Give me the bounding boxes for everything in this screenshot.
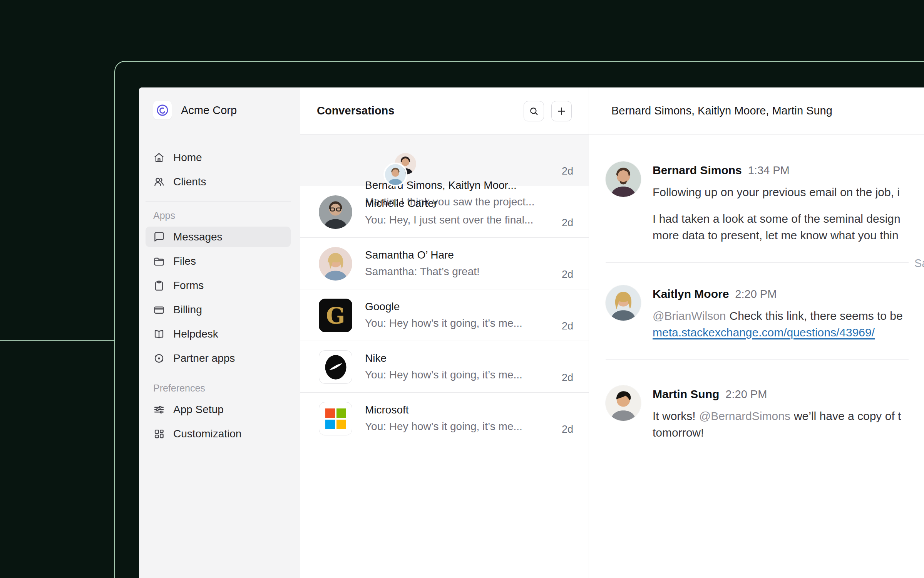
- sidebar-item-label: Partner apps: [173, 352, 235, 365]
- message-header: Martin Sung2:20 PM: [653, 387, 901, 402]
- conversation-time: 2d: [562, 372, 573, 384]
- message-text: I had taken a look at some of the semina…: [653, 210, 901, 227]
- nike-logo: [319, 350, 352, 384]
- app-window: Acme Corp Home Clients Apps Messages Fil…: [139, 87, 924, 578]
- sidebar-item-label: Files: [173, 255, 196, 267]
- users-icon: [153, 176, 165, 188]
- conversation-item-microsoft[interactable]: Microsoft You: Hey how’s it going, it’s …: [300, 393, 589, 444]
- message-martin-sung: Martin Sung2:20 PM It works!@BernardSimo…: [606, 385, 901, 441]
- message-author: Martin Sung: [653, 388, 719, 400]
- message-time: 1:34 PM: [748, 164, 790, 176]
- conversation-time: 2d: [562, 269, 573, 281]
- book-open-icon: [153, 328, 165, 340]
- conversation-list-header: Conversations: [300, 87, 589, 134]
- message-text: It works!@BernardSimonswe’ll have a copy…: [653, 408, 901, 424]
- sidebar-item-app-setup[interactable]: App Setup: [146, 399, 291, 420]
- conversation-name: Samantha O’ Hare: [365, 248, 589, 262]
- message-author: Kaitlyn Moore: [653, 287, 729, 300]
- sidebar-item-label: Billing: [173, 304, 202, 316]
- plus-icon: [556, 106, 567, 116]
- message-text-fragment: Check this link, there seems to be: [730, 309, 903, 322]
- message-kaitlyn-moore: Kaitlyn Moore2:20 PM @BrianWilsonCheck t…: [606, 285, 903, 341]
- orbit-icon: [153, 353, 165, 364]
- message-text-fragment: we’ll have a copy of t: [794, 410, 901, 422]
- brand-name: Acme Corp: [181, 104, 237, 117]
- decorative-accent-line: [0, 340, 115, 341]
- message-text: @BrianWilsonCheck this link, there seems…: [653, 307, 903, 324]
- avatar: [319, 247, 352, 281]
- conversation-time: 2d: [562, 165, 573, 177]
- message-text-fragment: It works!: [653, 410, 696, 422]
- conversations-title: Conversations: [317, 104, 394, 117]
- sidebar-item-files[interactable]: Files: [146, 251, 291, 271]
- chat-bubble-icon: [153, 231, 165, 243]
- conversation-item-michelle-carter[interactable]: Michelle Carter You: Hey, I just sent ov…: [300, 186, 589, 238]
- sidebar-item-label: App Setup: [173, 403, 224, 416]
- search-icon: [529, 106, 539, 116]
- chat-message-area: Bernard Simons1:34 PM Following up on yo…: [589, 134, 924, 578]
- message-time: 2:20 PM: [735, 288, 777, 300]
- avatar: [606, 285, 641, 321]
- sidebar: Acme Corp Home Clients Apps Messages Fil…: [139, 87, 300, 578]
- sidebar-item-home[interactable]: Home: [146, 147, 291, 168]
- message-author: Bernard Simons: [653, 164, 742, 176]
- sidebar-item-helpdesk[interactable]: Helpdesk: [146, 324, 291, 344]
- mention[interactable]: @BrianWilson: [653, 309, 726, 322]
- new-conversation-button[interactable]: [551, 101, 572, 121]
- sidebar-item-label: Customization: [173, 428, 241, 440]
- conversation-preview: You: Hey how’s it going, it’s me...: [365, 367, 589, 383]
- conversation-item-google[interactable]: G Google You: Hey how’s it going, it’s m…: [300, 289, 589, 341]
- conversation-preview: You: Hey how’s it going, it’s me...: [365, 419, 589, 434]
- avatar: [606, 161, 641, 197]
- conversation-time: 2d: [562, 320, 573, 332]
- sliders-icon: [153, 404, 165, 415]
- microsoft-logo: [319, 402, 352, 435]
- avatar: [319, 195, 352, 229]
- brand-logo-icon: [153, 101, 172, 119]
- message-time: 2:20 PM: [725, 388, 767, 400]
- conversation-preview: You: Hey, I just sent over the final...: [365, 212, 589, 228]
- sidebar-section-preferences: Preferences: [153, 383, 300, 394]
- message-header: Kaitlyn Moore2:20 PM: [653, 287, 903, 301]
- conversation-name: Nike: [365, 351, 589, 366]
- conversation-list-panel: Conversations Bernard Simons, Kaitlyn Mo…: [300, 87, 589, 578]
- sidebar-item-partner-apps[interactable]: Partner apps: [146, 348, 291, 368]
- sidebar-item-label: Helpdesk: [173, 328, 218, 340]
- sidebar-item-customization[interactable]: Customization: [146, 423, 291, 444]
- sidebar-item-messages[interactable]: Messages: [146, 227, 291, 247]
- screenshot-canvas: { "brand": { "name": "Acme Corp" }, "sid…: [0, 0, 924, 578]
- chat-panel: Bernard Simons, Kaitlyn Moore, Martin Su…: [589, 87, 924, 578]
- group-avatar: [383, 153, 417, 187]
- folder-icon: [153, 255, 165, 267]
- google-logo: G: [319, 299, 352, 332]
- avatar: [383, 163, 407, 187]
- conversation-name: Michelle Carter: [365, 196, 589, 211]
- divider-label: Sa: [914, 257, 924, 270]
- conversation-time: 2d: [562, 423, 573, 435]
- sidebar-item-label: Messages: [173, 231, 223, 243]
- mention[interactable]: @BernardSimons: [699, 410, 790, 422]
- home-icon: [153, 152, 165, 163]
- avatar: [606, 385, 641, 421]
- date-divider: Sa: [606, 257, 924, 269]
- conversation-preview: Samantha: That’s great!: [365, 264, 589, 279]
- sidebar-item-clients[interactable]: Clients: [146, 171, 291, 192]
- conversation-preview: You: Hey how’s it going, it’s me...: [365, 316, 589, 331]
- search-button[interactable]: [524, 101, 544, 121]
- stackexchange-link[interactable]: meta.stackexchange.com/questions/43969/: [653, 326, 875, 339]
- message-text: Following up on your previous email on t…: [653, 184, 901, 200]
- conversation-name: Microsoft: [365, 403, 589, 417]
- chat-header: Bernard Simons, Kaitlyn Moore, Martin Su…: [589, 87, 924, 134]
- conversation-item-samantha-ohare[interactable]: Samantha O’ Hare Samantha: That’s great!…: [300, 238, 589, 289]
- conversation-item-nike[interactable]: Nike You: Hey how’s it going, it’s me...…: [300, 341, 589, 393]
- sidebar-divider: [146, 201, 291, 202]
- brand-row: Acme Corp: [139, 101, 300, 119]
- clipboard-icon: [153, 280, 165, 291]
- sidebar-item-forms[interactable]: Forms: [146, 275, 291, 296]
- divider-line: [606, 359, 909, 360]
- conversation-item-group[interactable]: Bernard Simons, Kaitlyn Moor... Martin: …: [300, 134, 589, 186]
- sidebar-item-billing[interactable]: Billing: [146, 299, 291, 320]
- message-text: more data to present, let me know what y…: [653, 227, 901, 244]
- sidebar-item-label: Forms: [173, 279, 204, 292]
- divider-line: [606, 262, 909, 263]
